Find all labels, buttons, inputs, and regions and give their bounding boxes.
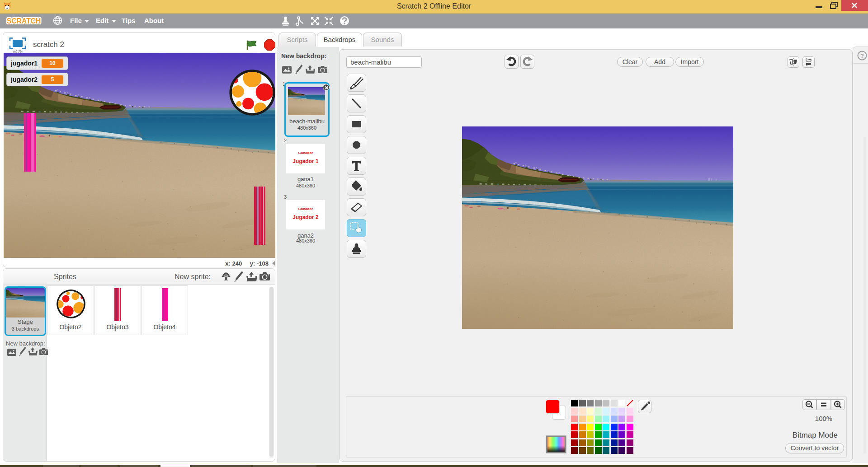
svg-text:?: ? xyxy=(860,52,864,59)
